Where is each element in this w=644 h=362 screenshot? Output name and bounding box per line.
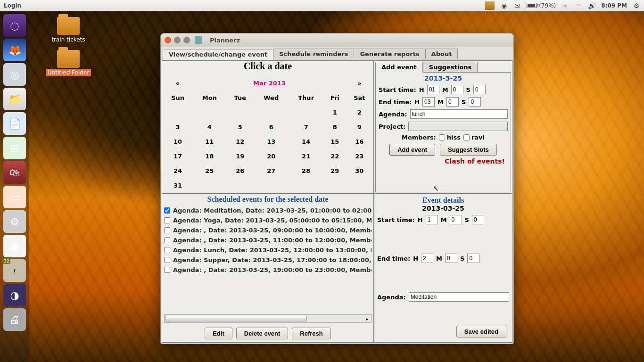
save-edited-button[interactable]: Save edited [456, 326, 506, 337]
event-checkbox[interactable] [164, 217, 170, 223]
add-end-s[interactable] [469, 97, 481, 107]
network-icon[interactable]: ◉ [500, 2, 508, 9]
details-end-s[interactable] [467, 254, 479, 263]
add-start-h[interactable] [427, 85, 439, 94]
chrome-icon[interactable]: ◉ [3, 235, 26, 257]
calendar-date-cell[interactable]: 27 [255, 164, 288, 178]
calendar-date-cell[interactable]: 18 [193, 149, 225, 163]
login-menu[interactable]: Login [0, 2, 25, 9]
calendar-date-cell[interactable]: 26 [227, 164, 254, 178]
add-end-m[interactable] [446, 97, 459, 107]
software-updater-icon[interactable]: 32⬆ [3, 259, 26, 282]
calendar-date-cell[interactable]: 25 [193, 164, 225, 178]
close-icon[interactable] [165, 37, 171, 43]
scroll-thumb[interactable] [165, 316, 307, 321]
mail-icon[interactable]: ✉ [513, 2, 521, 9]
calendar-date-cell[interactable]: 13 [255, 135, 288, 148]
calendar-date-cell[interactable]: 21 [289, 149, 323, 163]
calendar-date-cell[interactable]: 22 [324, 149, 346, 163]
calendar-prev[interactable]: « [163, 76, 192, 90]
calendar-date-cell[interactable]: 17 [163, 149, 192, 163]
writer-icon[interactable]: 📄 [3, 112, 26, 135]
tab-reminders[interactable]: Schedule reminders [273, 49, 354, 59]
calendar-date-cell[interactable]: 10 [163, 135, 192, 148]
calendar-date-cell[interactable]: 19 [227, 149, 254, 163]
calendar-date-cell[interactable]: 30 [347, 164, 372, 178]
delete-event-button[interactable]: Delete event [236, 328, 289, 339]
calendar-date-cell[interactable]: 15 [324, 135, 346, 148]
refresh-button[interactable]: Refresh [292, 328, 330, 339]
maximize-icon[interactable] [183, 37, 190, 43]
event-list-item[interactable]: Agenda: , Date: 2013-03-25, 11:00:00 to … [164, 235, 372, 245]
calendar-date-cell[interactable]: 3 [163, 120, 192, 134]
minimize-icon[interactable] [174, 37, 181, 43]
details-start-m[interactable] [450, 215, 462, 224]
calendar-date-cell[interactable]: 12 [227, 135, 254, 148]
add-end-h[interactable] [422, 97, 435, 107]
add-agenda-input[interactable] [410, 109, 508, 119]
details-agenda-input[interactable] [409, 292, 509, 302]
event-list-item[interactable]: Agenda: Lunch, Date: 2013-03-25, 12:00:0… [164, 245, 372, 255]
member-ravi-checkbox[interactable] [463, 134, 470, 140]
calendar-date-cell[interactable]: 11 [193, 135, 225, 148]
details-end-h[interactable] [421, 254, 433, 263]
calendar-date-cell[interactable]: 5 [227, 120, 254, 134]
event-checkbox[interactable] [164, 267, 170, 273]
calendar-date-cell[interactable]: 28 [289, 164, 323, 178]
impress-icon[interactable]: ▭ [3, 186, 26, 208]
desktop-folder-train-tickets[interactable]: train tickets [38, 17, 99, 43]
details-start-h[interactable] [426, 215, 438, 224]
calendar-date-cell[interactable]: 9 [347, 120, 372, 134]
member-hiss-checkbox[interactable] [439, 134, 445, 140]
details-end-m[interactable] [445, 254, 457, 263]
calendar-month-label[interactable]: Mar 2013 [253, 80, 286, 87]
calendar-date-cell[interactable]: 23 [347, 149, 372, 163]
event-list-item[interactable]: Agenda: Yoga, Date: 2013-03-25, 05:00:00… [164, 215, 372, 225]
suggest-slots-button[interactable]: Suggest Slots [440, 144, 497, 156]
subtab-suggestions[interactable]: Suggestions [423, 62, 478, 73]
tab-about[interactable]: About [425, 49, 458, 59]
calendar-date-cell[interactable]: 8 [324, 120, 346, 134]
events-hscrollbar[interactable]: ◂ ▸ [164, 314, 372, 323]
eclipse-icon[interactable]: ◑ [3, 284, 26, 306]
session-gear-icon[interactable] [633, 2, 640, 9]
calendar-date-cell[interactable]: 7 [289, 120, 323, 134]
volume-icon[interactable]: 🔊 [588, 2, 595, 9]
calendar-date-cell[interactable]: 16 [347, 135, 372, 148]
event-checkbox[interactable] [164, 227, 170, 233]
firefox-icon[interactable]: 🦊 [3, 39, 26, 61]
event-list-item[interactable]: Agenda: , Date: 2013-03-25, 09:00:00 to … [164, 225, 372, 235]
calendar-date-cell[interactable]: 24 [163, 164, 192, 178]
bluetooth-icon[interactable]: ∗ [561, 2, 569, 9]
calendar-date-cell[interactable]: 31 [163, 179, 192, 192]
software-center-icon[interactable]: 🛍 [3, 161, 26, 184]
subtab-add-event[interactable]: Add event [375, 62, 423, 73]
settings-icon[interactable]: ⚙ [3, 210, 26, 233]
tab-view-schedule[interactable]: View/schedule/change event [163, 49, 273, 59]
add-start-s[interactable] [473, 85, 486, 94]
app-indicator-icon[interactable] [485, 1, 495, 10]
event-list-item[interactable]: Agenda: Supper, Date: 2013-03-25, 17:00:… [164, 255, 372, 265]
add-event-button[interactable]: Add event [389, 144, 435, 156]
battery-indicator[interactable]: (79%) [527, 2, 556, 9]
event-list-item[interactable]: Agenda: Meditation, Date: 2013-03-25, 01… [164, 206, 372, 215]
event-checkbox[interactable] [164, 237, 170, 243]
add-project-input[interactable] [408, 122, 508, 131]
calendar-date-cell[interactable]: 20 [255, 149, 288, 163]
event-checkbox[interactable] [164, 207, 170, 214]
chromium-icon[interactable]: ◎ [3, 63, 26, 86]
dash-home-icon[interactable]: ◌ [3, 14, 26, 37]
wifi-icon[interactable]: ⌔ [575, 2, 582, 9]
files-icon[interactable]: 📁 [3, 88, 26, 110]
event-checkbox[interactable] [164, 257, 170, 263]
clock[interactable]: 8:09 PM [601, 2, 627, 9]
calendar-date-cell[interactable]: 14 [289, 135, 323, 148]
titlebar[interactable]: Plannerz [161, 33, 513, 47]
calendar-date-cell[interactable]: 4 [193, 120, 225, 134]
calc-icon[interactable]: ⊞ [3, 137, 26, 159]
tab-reports[interactable]: Generate reports [354, 49, 425, 59]
edit-button[interactable]: Edit [205, 328, 232, 339]
calendar-date-cell[interactable]: 2 [347, 106, 372, 119]
calendar-date-cell[interactable]: 1 [324, 106, 346, 119]
calendar-date-cell[interactable]: 6 [255, 120, 288, 134]
